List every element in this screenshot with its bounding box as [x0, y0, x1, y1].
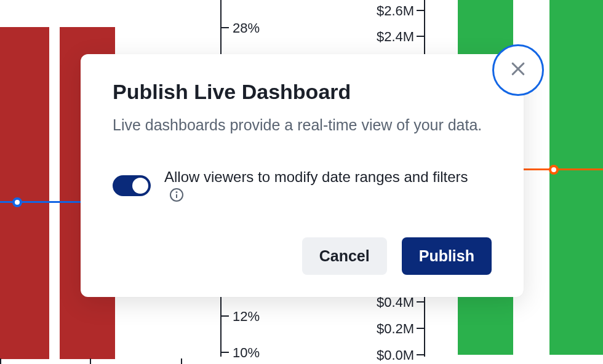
dialog-title: Publish Live Dashboard [113, 80, 492, 104]
axis-tick [417, 36, 425, 37]
toggle-label-text: Allow viewers to modify date ranges and … [164, 168, 468, 185]
allow-modify-toggle[interactable] [113, 175, 151, 196]
chart-line-marker [12, 197, 22, 207]
dialog-buttons: Cancel Publish [113, 237, 492, 275]
axis-tick [220, 315, 229, 317]
axis-tick-label: $0.2M [377, 321, 414, 337]
axis-tick-label: $2.4M [377, 29, 414, 45]
axis-tick-label: 10% [233, 345, 260, 361]
axis-tick-label: $0.0M [377, 347, 414, 363]
publish-button[interactable]: Publish [402, 237, 492, 275]
chart-line [523, 168, 603, 170]
axis-tick-label: $2.6M [377, 3, 414, 19]
close-icon [509, 60, 527, 81]
axis-tick [220, 352, 229, 353]
chart-bar [0, 27, 49, 359]
axis-tick-label: 28% [233, 20, 260, 36]
dialog-subtitle: Live dashboards provide a real-time view… [113, 115, 492, 135]
axis-tick [417, 354, 425, 355]
toggle-knob [132, 178, 148, 194]
cancel-button[interactable]: Cancel [302, 237, 387, 275]
close-button[interactable] [492, 44, 544, 96]
chart-bar [549, 0, 603, 355]
axis-tick-label: $0.4M [377, 295, 414, 311]
chart-line-marker [549, 165, 559, 175]
axis-tick [0, 358, 1, 364]
axis-tick [417, 10, 425, 11]
svg-point-4 [177, 192, 177, 192]
publish-dialog: Publish Live Dashboard Live dashboards p… [81, 54, 524, 297]
axis-tick [417, 328, 425, 329]
toggle-label: Allow viewers to modify date ranges and … [164, 168, 492, 203]
toggle-row: Allow viewers to modify date ranges and … [113, 168, 492, 203]
axis-tick [181, 358, 182, 364]
axis-tick [90, 358, 91, 364]
axis-tick-label: 12% [233, 309, 260, 325]
axis-tick [417, 301, 425, 303]
info-icon[interactable] [169, 188, 184, 202]
axis-tick [220, 27, 229, 28]
